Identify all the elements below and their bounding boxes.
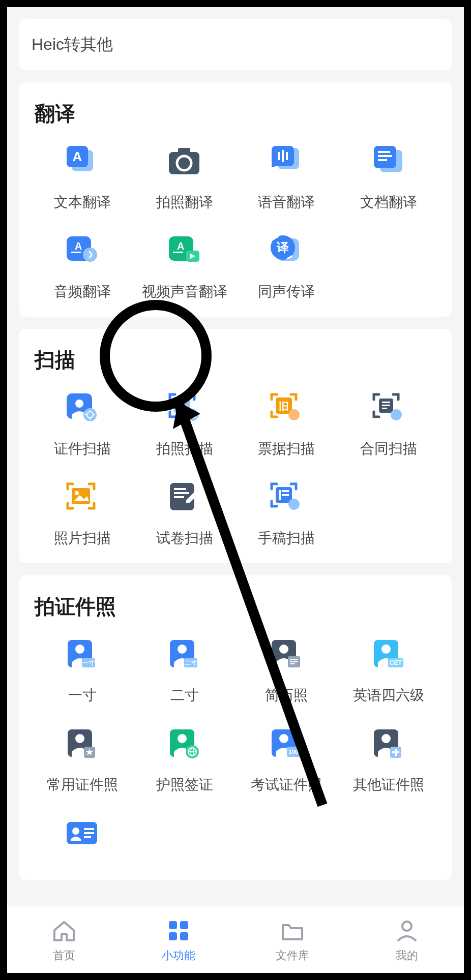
feature-label: 试卷扫描 (156, 529, 213, 548)
id-star-icon (63, 725, 102, 765)
svg-rect-8 (278, 152, 280, 160)
id-2-icon: 二寸 (165, 636, 204, 676)
receipt-icon: 旧 (267, 389, 306, 429)
tab-folder[interactable]: 文件库 (236, 906, 350, 973)
tab-person[interactable]: 我的 (350, 906, 464, 973)
feature-label: 拍照翻译 (156, 193, 213, 212)
feature-label: 同声传译 (258, 282, 315, 301)
feature-photo-scan[interactable]: 拍照扫描 (134, 389, 236, 458)
cet-icon: CET (369, 636, 408, 676)
photo-icon (63, 479, 102, 518)
tab-label: 文件库 (276, 948, 309, 963)
svg-rect-4 (178, 148, 190, 154)
voice-icon (267, 143, 306, 182)
feature-id-card[interactable] (32, 815, 134, 865)
feature-id-2[interactable]: 二寸二寸 (134, 636, 236, 705)
feature-label: 文档翻译 (360, 193, 417, 212)
heic-convert-item[interactable]: Heic转其他 (19, 19, 452, 70)
feature-video[interactable]: A视频声音翻译 (134, 232, 236, 301)
svg-text:二寸: 二寸 (185, 659, 197, 666)
svg-text:A: A (75, 240, 82, 252)
feature-text-a[interactable]: A文本翻译 (32, 143, 134, 212)
feature-label: 手稿扫描 (258, 529, 315, 548)
feature-receipt[interactable]: 旧票据扫描 (236, 389, 338, 458)
feature-resume[interactable]: 简历照 (236, 636, 338, 705)
feature-camera[interactable]: 拍照翻译 (134, 143, 236, 212)
feature-grid: 证件扫描拍照扫描旧票据扫描合同扫描照片扫描试卷扫描手稿扫描 (32, 389, 439, 548)
svg-rect-43 (382, 402, 390, 403)
feature-label: 英语四六级 (353, 686, 424, 705)
home-icon (50, 916, 78, 945)
svg-rect-55 (282, 490, 289, 492)
svg-rect-13 (378, 151, 390, 153)
svg-text:100: 100 (289, 749, 298, 755)
feature-label: 合同扫描 (360, 439, 417, 458)
camera-icon (165, 143, 204, 182)
svg-text:旧: 旧 (279, 401, 289, 412)
feature-label: 拍照扫描 (156, 439, 213, 458)
feature-audio[interactable]: A音频翻译 (32, 232, 134, 301)
svg-rect-56 (282, 494, 289, 496)
svg-text:A: A (73, 149, 82, 164)
svg-rect-18 (71, 252, 81, 253)
svg-point-86 (279, 734, 288, 743)
feature-label: 音频翻译 (54, 282, 111, 301)
feature-label: 考试证件照 (251, 775, 322, 794)
feature-id-1[interactable]: 一寸一寸 (32, 636, 134, 705)
svg-rect-69 (290, 659, 298, 660)
heic-label: Heic转其他 (32, 35, 113, 53)
feature-label: 护照签证 (156, 775, 213, 794)
id-exam-icon: 100 (267, 725, 306, 765)
svg-rect-97 (84, 832, 94, 834)
svg-rect-35 (174, 399, 190, 413)
section-2: 拍证件照一寸一寸二寸二寸简历照CET英语四六级常用证件照护照签证100考试证件照… (19, 575, 452, 880)
feature-label: 文本翻译 (54, 193, 111, 212)
feature-label: 视频声音翻译 (142, 282, 227, 301)
text-a-icon: A (63, 143, 102, 182)
svg-text:一寸: 一寸 (82, 659, 95, 666)
section-title: 拍证件照 (32, 593, 439, 621)
feature-doc-lines[interactable]: 文档翻译 (338, 143, 440, 212)
feature-photo[interactable]: 照片扫描 (32, 479, 134, 548)
feature-exam[interactable]: 试卷扫描 (134, 479, 236, 548)
grid-icon (164, 916, 193, 945)
svg-point-19 (83, 248, 97, 262)
section-title: 扫描 (32, 346, 439, 374)
feature-manuscript[interactable]: 手稿扫描 (236, 479, 338, 548)
folder-icon (278, 916, 307, 945)
feature-contract[interactable]: 合同扫描 (338, 389, 440, 458)
video-icon: A (165, 232, 204, 272)
svg-point-80 (178, 734, 187, 743)
feature-label: 二寸 (170, 686, 199, 705)
app-screen: Heic转其他 翻译A文本翻译拍照翻译语音翻译文档翻译A音频翻译A视频声音翻译译… (7, 7, 464, 973)
tab-grid[interactable]: 小功能 (122, 906, 236, 973)
feature-interpret[interactable]: 译同声传译 (236, 232, 338, 301)
photo-scan-icon (165, 389, 204, 429)
doc-lines-icon (369, 143, 408, 182)
feature-label: 票据扫描 (258, 439, 315, 458)
svg-text:译: 译 (276, 240, 289, 254)
tab-home[interactable]: 首页 (7, 906, 122, 973)
feature-id-exam[interactable]: 100考试证件照 (236, 725, 338, 794)
tab-label: 首页 (53, 948, 75, 963)
resume-icon (267, 636, 306, 676)
feature-id-plus[interactable]: 其他证件照 (338, 725, 440, 794)
id-1-icon: 一寸 (63, 636, 102, 676)
feature-id-star[interactable]: 常用证件照 (32, 725, 134, 794)
svg-rect-99 (169, 921, 177, 929)
svg-point-48 (75, 491, 79, 495)
feature-label: 一寸 (68, 686, 97, 705)
svg-rect-100 (180, 921, 188, 929)
feature-grid: A文本翻译拍照翻译语音翻译文档翻译A音频翻译A视频声音翻译译同声传译 (32, 143, 439, 301)
feature-cet[interactable]: CET英语四六级 (338, 636, 440, 705)
svg-point-41 (288, 409, 300, 420)
contract-icon (369, 389, 408, 429)
feature-voice[interactable]: 语音翻译 (236, 143, 338, 212)
svg-rect-71 (290, 663, 295, 664)
svg-rect-93 (392, 751, 399, 753)
passport-icon (165, 725, 204, 765)
svg-text:CET: CET (390, 659, 402, 666)
feature-label: 其他证件照 (353, 775, 424, 794)
feature-id-gear[interactable]: 证件扫描 (32, 389, 134, 458)
feature-passport[interactable]: 护照签证 (134, 725, 236, 794)
